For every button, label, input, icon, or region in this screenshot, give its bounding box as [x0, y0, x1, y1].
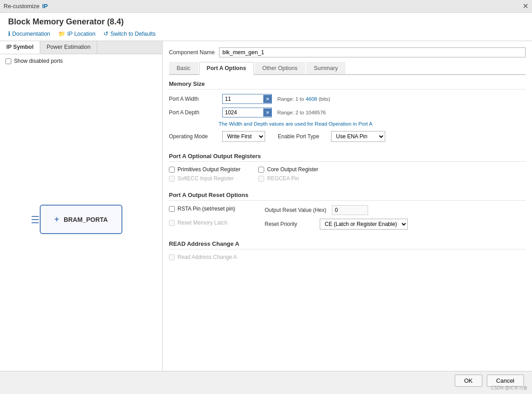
toolbar: ℹ Documentation 📁 IP Location ↺ Switch t… [8, 30, 524, 37]
port-a-width-range: Range: 1 to 4608 (bits) [277, 96, 330, 102]
titlebar-text-plain: Re-customize [4, 3, 39, 9]
show-ports-label: Show disabled ports [14, 58, 63, 64]
read-address-title: READ Address Change A [169, 240, 526, 249]
read-address-section: READ Address Change A Read Address Chang… [169, 240, 526, 263]
tab-other-options[interactable]: Other Options [255, 62, 305, 74]
bram-line-3 [32, 222, 39, 223]
memory-size-section: Memory Size Port A Width ✕ Range: 1 to 4… [169, 80, 526, 145]
regcea-pin-label: REGCEA Pin [267, 175, 299, 182]
left-tabs: IP Symbol Power Estimation [0, 41, 162, 54]
core-output-register-checkbox[interactable] [258, 167, 264, 173]
port-a-width-row: Port A Width ✕ Range: 1 to 4608 (bits) [169, 94, 526, 104]
component-name-row: Component Name [169, 47, 526, 57]
bram-label: BRAM_PORTA [64, 216, 108, 223]
read-address-change-label: Read Address Change A [177, 254, 237, 260]
optional-registers-col-right: Core Output Register REGCEA Pin [258, 166, 318, 184]
switch-to-defaults-link[interactable]: ↺ Switch to Defaults [103, 30, 155, 37]
port-a-depth-clear-icon[interactable]: ✕ [263, 108, 271, 117]
tab-summary[interactable]: Summary [306, 62, 345, 74]
main-layout: IP Symbol Power Estimation Show disabled… [0, 41, 532, 371]
enable-port-type-label: Enable Port Type [278, 133, 327, 140]
rsta-pin-label: RSTA Pin (set/reset pin) [177, 206, 235, 212]
output-reset-title: Port A Output Reset Options [169, 192, 526, 201]
port-a-width-label: Port A Width [169, 96, 219, 102]
reset-priority-label: Reset Priority [265, 221, 314, 227]
bram-block: + BRAM_PORTA [40, 205, 122, 234]
port-a-depth-range: Range: 2 to 1048576 [277, 110, 326, 115]
tab-basic[interactable]: Basic [169, 62, 198, 74]
show-ports-checkbox[interactable] [5, 58, 11, 64]
titlebar-text-blue: IP [42, 3, 47, 9]
width-depth-info: The Width and Depth values are used for … [219, 121, 526, 127]
left-panel: IP Symbol Power Estimation Show disabled… [0, 41, 163, 371]
tab-ip-symbol[interactable]: IP Symbol [0, 41, 40, 54]
documentation-link[interactable]: ℹ Documentation [8, 30, 50, 37]
rsta-pin-checkbox-row: RSTA Pin (set/reset pin) [169, 206, 259, 212]
optional-registers-cols: Primitives Output Register SoftECC Input… [169, 166, 526, 184]
documentation-label: Documentation [12, 31, 50, 37]
titlebar: Re-customize IP ✕ [0, 0, 532, 13]
footer: OK Cancel [0, 371, 532, 390]
softECC-input-register-row: SoftECC Input Register [169, 175, 240, 182]
optional-output-registers-title: Port A Optional Output Registers [169, 153, 526, 162]
refresh-icon: ↺ [103, 30, 108, 37]
switch-to-defaults-label: Switch to Defaults [110, 31, 155, 37]
watermark: CSDN @IC学习者 [491, 385, 527, 391]
canvas-area: + BRAM_PORTA [0, 68, 162, 371]
optional-registers-col-left: Primitives Output Register SoftECC Input… [169, 166, 240, 184]
titlebar-title: Re-customize IP [4, 3, 48, 9]
bram-line-1 [32, 216, 39, 217]
bram-plus-icon: + [54, 215, 59, 224]
reset-memory-latch-label: Reset Memory Latch [177, 220, 228, 226]
ok-button[interactable]: OK [455, 375, 482, 387]
reset-memory-latch-checkbox-row: Reset Memory Latch [169, 220, 259, 226]
regcea-pin-checkbox [258, 176, 264, 182]
primitives-output-register-row: Primitives Output Register [169, 166, 240, 173]
read-address-change-checkbox [169, 254, 175, 260]
operating-mode-label: Operating Mode [169, 133, 219, 140]
optional-output-registers-section: Port A Optional Output Registers Primiti… [169, 153, 526, 184]
bram-lines [32, 216, 39, 223]
right-tabs: Basic Port A Options Other Options Summa… [169, 62, 526, 75]
port-a-depth-input[interactable] [223, 108, 263, 117]
right-panel: Component Name Basic Port A Options Othe… [163, 41, 532, 371]
operating-mode-row: Operating Mode Write First Read First No… [169, 131, 526, 142]
output-reset-value-label: Output Reset Value (Hex) [265, 207, 327, 213]
tab-port-a-options[interactable]: Port A Options [199, 62, 254, 75]
rsta-pin-checkbox[interactable] [169, 206, 175, 212]
primitives-output-register-checkbox[interactable] [169, 167, 175, 173]
show-ports-row: Show disabled ports [0, 54, 162, 68]
softECC-input-register-checkbox [169, 176, 175, 182]
bram-line-2 [32, 219, 39, 220]
read-address-change-row: Read Address Change A [169, 254, 526, 260]
primitives-output-register-label: Primitives Output Register [177, 166, 240, 173]
operating-mode-select[interactable]: Write First Read First No Change [222, 131, 265, 142]
app-title: Block Memory Generator (8.4) [8, 17, 524, 27]
tab-power-estimation[interactable]: Power Estimation [40, 41, 97, 54]
regcea-pin-row: REGCEA Pin [258, 175, 318, 182]
component-name-label: Component Name [169, 49, 215, 56]
softECC-input-register-label: SoftECC Input Register [177, 175, 234, 182]
memory-size-title: Memory Size [169, 80, 526, 89]
ip-location-label: IP Location [67, 31, 95, 37]
component-name-input[interactable] [219, 47, 526, 57]
core-output-register-label: Core Output Register [267, 166, 318, 173]
header: Block Memory Generator (8.4) ℹ Documenta… [0, 13, 532, 41]
port-a-width-input-wrap: ✕ [222, 94, 272, 104]
port-a-depth-label: Port A Depth [169, 109, 219, 116]
output-reset-value-input[interactable] [332, 205, 368, 215]
reset-memory-latch-checkbox [169, 220, 175, 226]
enable-port-type-select[interactable]: Use ENA Pin Always Enabled [331, 131, 385, 142]
close-button[interactable]: ✕ [523, 2, 528, 10]
folder-icon: 📁 [58, 30, 65, 37]
ip-location-link[interactable]: 📁 IP Location [58, 30, 95, 37]
output-reset-section: Port A Output Reset Options RSTA Pin (se… [169, 192, 526, 233]
info-icon: ℹ [8, 30, 10, 37]
reset-priority-select[interactable]: CE (Latch or Register Enable) SR (Set/Re… [320, 219, 408, 230]
core-output-register-row: Core Output Register [258, 166, 318, 173]
port-a-width-clear-icon[interactable]: ✕ [263, 95, 271, 103]
port-a-width-input[interactable] [223, 94, 263, 103]
rsta-pin-row: RSTA Pin (set/reset pin) Output Reset Va… [169, 205, 526, 215]
port-a-depth-row: Port A Depth ✕ Range: 2 to 1048576 [169, 108, 526, 117]
reset-memory-latch-row: Reset Memory Latch Reset Priority CE (La… [169, 219, 526, 230]
